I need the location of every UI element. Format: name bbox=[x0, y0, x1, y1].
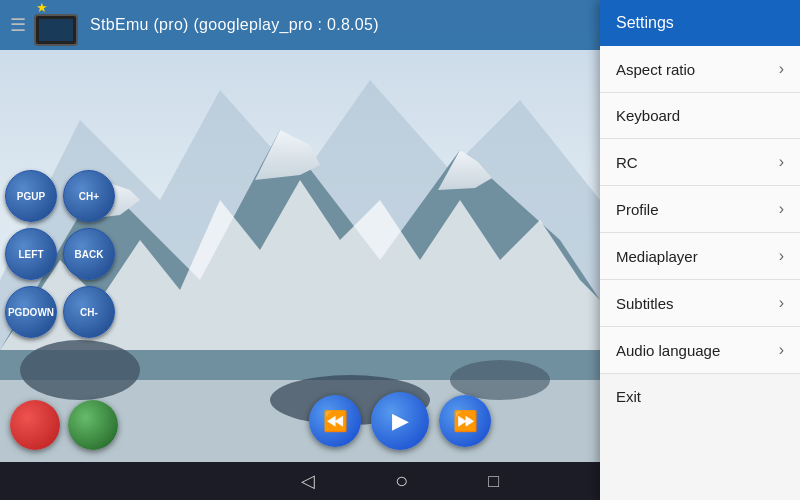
playback-controls: ⏪ ▶ ⏩ bbox=[309, 392, 491, 450]
chevron-right-icon: › bbox=[779, 200, 784, 218]
green-button[interactable] bbox=[68, 400, 118, 450]
recents-nav-icon[interactable]: □ bbox=[488, 471, 499, 492]
menu-item-aspect-ratio[interactable]: Aspect ratio › bbox=[600, 46, 800, 93]
chevron-right-icon: › bbox=[779, 341, 784, 359]
controls-panel: PGUP CH+ LEFT BACK PGDOWN CH- bbox=[5, 170, 115, 338]
chminus-button[interactable]: CH- bbox=[63, 286, 115, 338]
tv-logo bbox=[34, 14, 78, 46]
red-button[interactable] bbox=[10, 400, 60, 450]
color-buttons-left bbox=[10, 400, 118, 450]
svg-point-8 bbox=[20, 340, 140, 400]
controls-row-1: PGUP CH+ bbox=[5, 170, 115, 222]
controls-row-2: LEFT BACK bbox=[5, 228, 115, 280]
tv-icon-area: ★ bbox=[34, 8, 78, 46]
back-button[interactable]: BACK bbox=[63, 228, 115, 280]
menu-item-mediaplayer[interactable]: Mediaplayer › bbox=[600, 233, 800, 280]
chevron-right-icon: › bbox=[779, 247, 784, 265]
rewind-button[interactable]: ⏪ bbox=[309, 395, 361, 447]
chevron-right-icon: › bbox=[779, 294, 784, 312]
menu-item-subtitles[interactable]: Subtitles › bbox=[600, 280, 800, 327]
pgdown-button[interactable]: PGDOWN bbox=[5, 286, 57, 338]
menu-header: Settings bbox=[600, 0, 800, 46]
play-button[interactable]: ▶ bbox=[371, 392, 429, 450]
hamburger-icon[interactable]: ☰ bbox=[10, 14, 26, 36]
menu-item-rc[interactable]: RC › bbox=[600, 139, 800, 186]
left-button[interactable]: LEFT bbox=[5, 228, 57, 280]
chevron-right-icon: › bbox=[779, 60, 784, 78]
chplus-button[interactable]: CH+ bbox=[63, 170, 115, 222]
controls-row-3: PGDOWN CH- bbox=[5, 286, 115, 338]
forward-button[interactable]: ⏩ bbox=[439, 395, 491, 447]
star-icon: ★ bbox=[36, 0, 48, 15]
app-title: StbEmu (pro) (googleplay_pro : 0.8.05) bbox=[90, 16, 379, 34]
pgup-button[interactable]: PGUP bbox=[5, 170, 57, 222]
menu-item-profile[interactable]: Profile › bbox=[600, 186, 800, 233]
back-nav-icon[interactable]: ◁ bbox=[301, 470, 315, 492]
settings-menu: Settings Aspect ratio › Keyboard RC › Pr… bbox=[600, 0, 800, 500]
menu-item-keyboard[interactable]: Keyboard bbox=[600, 93, 800, 139]
chevron-right-icon: › bbox=[779, 153, 784, 171]
home-nav-icon[interactable]: ○ bbox=[395, 468, 408, 494]
menu-item-audio-language[interactable]: Audio language › bbox=[600, 327, 800, 374]
menu-item-exit[interactable]: Exit bbox=[600, 374, 800, 419]
